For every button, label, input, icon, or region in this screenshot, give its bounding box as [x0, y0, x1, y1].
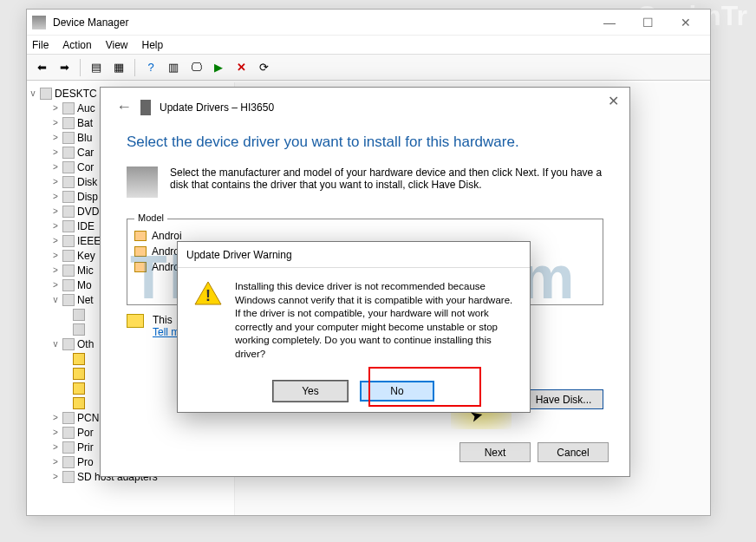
- tree-item-label: IDE: [77, 220, 94, 232]
- wizard-heading: Select the device driver you want to ins…: [127, 134, 603, 151]
- back-icon[interactable]: ⬅: [32, 58, 51, 77]
- minimize-button[interactable]: —: [590, 10, 629, 35]
- warning-title: Update Driver Warning: [178, 242, 530, 268]
- category-icon: [62, 441, 75, 454]
- properties-icon[interactable]: ▦: [109, 58, 128, 77]
- tree-item-label: DVD: [77, 206, 99, 218]
- tree-item-label: Auc: [77, 102, 95, 114]
- category-icon: [62, 471, 75, 483]
- driver-icon: [134, 262, 147, 272]
- device-manager-icon: [32, 16, 46, 29]
- category-icon: [73, 323, 85, 336]
- category-icon: [62, 117, 75, 129]
- tree-item-label: Disk: [77, 176, 97, 188]
- tree-item-label: Cor: [77, 161, 94, 173]
- category-icon: [62, 220, 75, 232]
- driver-icon: [134, 231, 147, 241]
- category-icon: [62, 161, 75, 173]
- tree-item-label: Mic: [77, 264, 94, 277]
- wizard-close-icon[interactable]: ✕: [608, 93, 619, 109]
- wizard-header: Update Drivers – HI3650: [160, 101, 274, 114]
- category-icon: [73, 397, 85, 409]
- category-icon: [73, 353, 85, 365]
- tree-item-label: Pro: [77, 456, 94, 468]
- category-icon: [62, 176, 75, 188]
- menu-action[interactable]: Action: [62, 39, 91, 51]
- category-icon: [73, 309, 85, 321]
- category-icon: [73, 382, 85, 395]
- remove-icon[interactable]: ✕: [231, 58, 251, 77]
- category-icon: [62, 102, 75, 114]
- titlebar: Device Manager — ☐ ✕: [27, 10, 710, 36]
- category-icon: [62, 427, 75, 439]
- category-icon: [62, 132, 75, 144]
- help-icon[interactable]: ?: [141, 58, 160, 77]
- tree-item-label: Bat: [77, 117, 93, 129]
- add-icon[interactable]: ▶: [209, 58, 228, 77]
- wizard-back-icon[interactable]: ←: [116, 98, 132, 116]
- category-icon: [62, 279, 75, 291]
- tree-item-label: Net: [77, 294, 94, 306]
- toolbar: ⬅ ➡ ▤ ▦ ? ▥ 🖵 ▶ ✕ ⟳: [27, 55, 710, 81]
- close-button[interactable]: ✕: [667, 10, 705, 35]
- tree-item-label: Mo: [77, 279, 92, 291]
- warning-triangle-icon: !: [193, 280, 223, 306]
- tree-item-label: Blu: [77, 132, 92, 144]
- category-icon: [62, 456, 75, 468]
- no-button[interactable]: No: [360, 381, 434, 402]
- action-icon[interactable]: ▥: [164, 58, 183, 77]
- category-icon: [62, 147, 75, 159]
- model-label: Androi: [152, 230, 182, 242]
- category-icon: [62, 294, 75, 306]
- tree-item-label: Oth: [77, 338, 94, 350]
- menu-help[interactable]: Help: [142, 39, 164, 51]
- category-icon: [62, 264, 75, 277]
- tree-item-label: Key: [77, 250, 95, 262]
- tree-item-label: Disp: [77, 191, 98, 203]
- refresh-icon[interactable]: ⟳: [254, 58, 273, 77]
- next-button[interactable]: Next: [459, 442, 531, 462]
- tree-item-label: IEEE: [77, 235, 101, 247]
- menu-view[interactable]: View: [106, 39, 128, 51]
- tree-item-label: Por: [77, 427, 94, 439]
- menu-file[interactable]: File: [32, 39, 49, 51]
- category-icon: [62, 338, 75, 350]
- yes-button[interactable]: Yes: [273, 381, 348, 402]
- update-driver-warning-dialog: Update Driver Warning ! Installing this …: [177, 241, 531, 413]
- maximize-button[interactable]: ☐: [629, 10, 667, 35]
- forward-icon[interactable]: ➡: [55, 58, 74, 77]
- cancel-button[interactable]: Cancel: [538, 442, 609, 462]
- tree-item-label: Car: [77, 147, 94, 159]
- tree-item-label: Prir: [77, 441, 94, 454]
- signing-warning-icon: [127, 314, 144, 328]
- category-icon: [62, 412, 75, 424]
- menubar: File Action View Help: [27, 36, 710, 55]
- computer-icon: [40, 88, 52, 100]
- category-icon: [62, 191, 75, 203]
- drive-icon: [127, 167, 158, 198]
- show-hidden-icon[interactable]: ▤: [87, 58, 106, 77]
- driver-icon: [134, 246, 147, 257]
- wizard-instruction: Select the manufacturer and model of you…: [170, 167, 603, 198]
- scan-icon[interactable]: 🖵: [186, 58, 205, 77]
- model-legend: Model: [134, 212, 167, 223]
- category-icon: [73, 368, 85, 380]
- have-disk-button[interactable]: Have Disk...: [524, 389, 603, 409]
- category-icon: [62, 235, 75, 247]
- tree-item-label: PCN: [77, 412, 99, 424]
- warning-text: Installing this device driver is not rec…: [235, 280, 514, 361]
- category-icon: [62, 206, 75, 218]
- svg-text:!: !: [205, 287, 211, 304]
- category-icon: [62, 250, 75, 262]
- window-title: Device Manager: [53, 16, 590, 29]
- device-icon: [140, 100, 151, 115]
